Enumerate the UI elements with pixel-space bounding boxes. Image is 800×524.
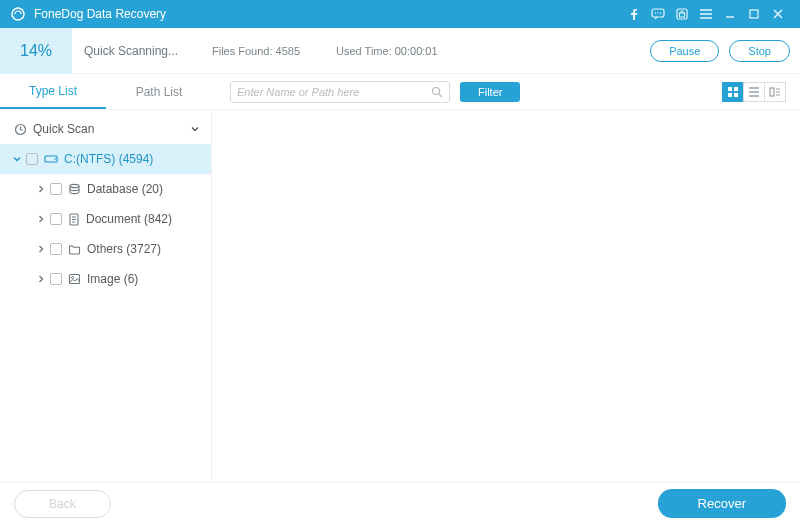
svg-point-17 bbox=[70, 184, 79, 187]
document-icon bbox=[68, 213, 80, 226]
files-found: Files Found: 4585 bbox=[212, 45, 300, 57]
used-time: Used Time: 00:00:01 bbox=[336, 45, 438, 57]
footer: Back Recover bbox=[0, 482, 800, 524]
drive-icon bbox=[44, 153, 58, 165]
quick-scan-label: Quick Scan bbox=[33, 122, 94, 136]
minimize-icon[interactable] bbox=[718, 2, 742, 26]
tree-item-others[interactable]: Others (3727) bbox=[0, 234, 211, 264]
tree-item-label: Database (20) bbox=[87, 182, 211, 196]
svg-point-16 bbox=[54, 158, 56, 160]
svg-point-3 bbox=[657, 12, 658, 13]
folder-icon bbox=[68, 243, 81, 255]
view-grid-button[interactable] bbox=[722, 82, 744, 102]
menu-icon[interactable] bbox=[694, 2, 718, 26]
tab-path-list[interactable]: Path List bbox=[106, 74, 212, 109]
view-detail-button[interactable] bbox=[764, 82, 786, 102]
main-body: Quick Scan C:(NTFS) (4594) Database (20)… bbox=[0, 110, 800, 482]
svg-rect-12 bbox=[734, 93, 738, 97]
facebook-icon[interactable] bbox=[622, 2, 646, 26]
svg-point-2 bbox=[655, 12, 656, 13]
titlebar: FoneDog Data Recovery bbox=[0, 0, 800, 28]
svg-point-20 bbox=[72, 277, 74, 279]
svg-rect-6 bbox=[680, 13, 685, 17]
chevron-down-icon[interactable] bbox=[189, 123, 201, 135]
tree-item-database[interactable]: Database (20) bbox=[0, 174, 211, 204]
tree-item-label: Document (842) bbox=[86, 212, 211, 226]
search-input[interactable] bbox=[237, 86, 431, 98]
checkbox[interactable] bbox=[50, 183, 62, 195]
chevron-right-icon[interactable] bbox=[34, 274, 48, 284]
view-list-button[interactable] bbox=[743, 82, 765, 102]
image-icon bbox=[68, 273, 81, 285]
clock-icon bbox=[14, 123, 27, 136]
scanning-status: Quick Scanning... bbox=[72, 44, 212, 58]
search-field-wrap[interactable] bbox=[230, 81, 450, 103]
tab-type-list[interactable]: Type List bbox=[0, 74, 106, 109]
register-icon[interactable] bbox=[670, 2, 694, 26]
chevron-right-icon[interactable] bbox=[34, 214, 48, 224]
app-title: FoneDog Data Recovery bbox=[34, 7, 166, 21]
filter-button[interactable]: Filter bbox=[460, 82, 520, 102]
status-bar: 14% Quick Scanning... Files Found: 4585 … bbox=[0, 28, 800, 74]
tree-drive-c[interactable]: C:(NTFS) (4594) bbox=[0, 144, 211, 174]
tree-item-label: C:(NTFS) (4594) bbox=[64, 152, 211, 166]
tree-item-label: Others (3727) bbox=[87, 242, 211, 256]
tree-item-image[interactable]: Image (6) bbox=[0, 264, 211, 294]
search-icon[interactable] bbox=[431, 86, 443, 98]
back-button: Back bbox=[14, 490, 111, 518]
svg-point-4 bbox=[660, 12, 661, 13]
chevron-right-icon[interactable] bbox=[34, 244, 48, 254]
app-logo-icon bbox=[10, 6, 26, 22]
svg-point-0 bbox=[12, 8, 24, 20]
svg-rect-9 bbox=[728, 87, 732, 91]
svg-rect-13 bbox=[770, 88, 774, 96]
tree-item-label: Image (6) bbox=[87, 272, 211, 286]
database-icon bbox=[68, 183, 81, 195]
chevron-right-icon[interactable] bbox=[34, 184, 48, 194]
checkbox[interactable] bbox=[50, 213, 62, 225]
svg-rect-7 bbox=[750, 10, 758, 18]
checkbox[interactable] bbox=[26, 153, 38, 165]
view-mode-group bbox=[723, 82, 786, 102]
sidebar-tree: Quick Scan C:(NTFS) (4594) Database (20)… bbox=[0, 110, 212, 482]
recover-button[interactable]: Recover bbox=[658, 489, 786, 518]
close-icon[interactable] bbox=[766, 2, 790, 26]
svg-point-8 bbox=[433, 87, 440, 94]
progress-percent: 14% bbox=[0, 28, 72, 74]
maximize-icon[interactable] bbox=[742, 2, 766, 26]
feedback-icon[interactable] bbox=[646, 2, 670, 26]
content-area bbox=[212, 110, 800, 482]
chevron-down-icon[interactable] bbox=[10, 154, 24, 164]
tree-quick-scan[interactable]: Quick Scan bbox=[0, 114, 211, 144]
pause-button[interactable]: Pause bbox=[650, 40, 719, 62]
toolbar: Type List Path List Filter bbox=[0, 74, 800, 110]
svg-rect-11 bbox=[728, 93, 732, 97]
checkbox[interactable] bbox=[50, 273, 62, 285]
sidebar-tabs: Type List Path List bbox=[0, 74, 212, 109]
checkbox[interactable] bbox=[50, 243, 62, 255]
svg-rect-10 bbox=[734, 87, 738, 91]
stop-button[interactable]: Stop bbox=[729, 40, 790, 62]
tree-item-document[interactable]: Document (842) bbox=[0, 204, 211, 234]
